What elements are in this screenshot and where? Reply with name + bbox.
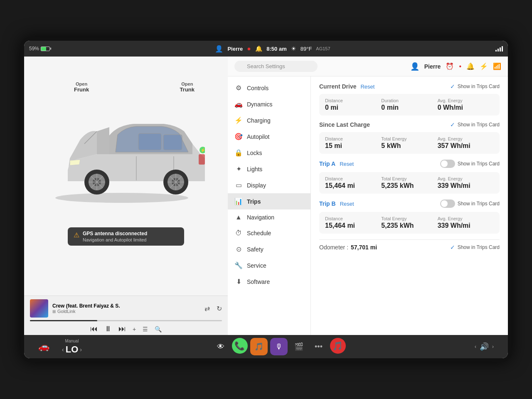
current-drive-title: Current Drive <box>319 83 356 90</box>
trip-b-show-toggle[interactable]: Show in Trips Card <box>440 200 500 208</box>
display-icon: ▭ <box>234 181 243 189</box>
lo-left-chevron[interactable]: ‹ <box>62 346 64 353</box>
gps-warning-text: GPS antenna disconnected Navigation and … <box>83 231 147 242</box>
schedule-icon: ⏱ <box>234 229 243 237</box>
main-content: Open Frunk Open Trunk <box>24 57 508 335</box>
trip-a-show-toggle[interactable]: Show in Trips Card <box>440 160 500 168</box>
sidebar-item-dynamics[interactable]: 🚗 Dynamics <box>228 96 310 112</box>
controls-icon: ⚙ <box>234 84 243 92</box>
since-last-charge-check: ✓ <box>450 121 455 128</box>
alarm-icon[interactable]: ⏰ <box>446 62 454 70</box>
dynamics-label: Dynamics <box>247 101 272 108</box>
trip-a-section: Trip A Reset Show in Trips Card <box>319 160 500 194</box>
sidebar-item-trips[interactable]: 📊 Trips <box>228 193 310 209</box>
trip-a-title-row: Trip A Reset <box>319 160 354 167</box>
since-last-charge-show-label: Show in Trips Card <box>458 122 500 128</box>
eq-btn[interactable]: ☰ <box>143 326 148 332</box>
software-icon: ⬇ <box>234 278 243 286</box>
trip-b-distance-value: 15,464 mi <box>325 222 381 229</box>
lo-right-chevron[interactable]: › <box>80 346 82 353</box>
autopilot-icon: 🎯 <box>234 133 243 140</box>
navigation-label: Navigation <box>247 214 274 221</box>
trip-a-stats-row: Distance 15,464 mi Total Energy 5,235 kW… <box>325 176 494 190</box>
trip-a-toggle-knob <box>441 160 448 167</box>
voice-btn[interactable]: 🎙 <box>270 338 288 355</box>
signal-dots <box>495 46 503 52</box>
current-drive-reset[interactable]: Reset <box>360 84 374 90</box>
current-drive-distance: Distance 0 mi <box>325 98 381 111</box>
sidebar-item-autopilot[interactable]: 🎯 Autopilot <box>228 128 310 145</box>
trip-b-avg: Avg. Energy 339 Wh/mi <box>438 216 494 229</box>
play-btn[interactable]: ⏸ <box>104 325 112 333</box>
search-music-btn[interactable]: 🔍 <box>155 326 162 332</box>
lo-control-item[interactable]: Manual ‹ LO › <box>55 335 89 358</box>
trip-a-distance-label: Distance <box>325 176 381 181</box>
status-right <box>495 46 503 52</box>
svg-point-0 <box>55 193 188 203</box>
display-label: Display <box>247 182 266 189</box>
gps-warning: ⚠ GPS antenna disconnected Navigation an… <box>68 227 184 246</box>
svg-rect-24 <box>199 154 205 165</box>
since-last-charge-header: Since Last Charge ✓ Show in Trips Card <box>319 121 500 128</box>
sidebar-item-display[interactable]: ▭ Display <box>228 177 310 193</box>
phone-btn[interactable]: 📞 <box>232 338 248 354</box>
sidebar-item-safety[interactable]: ⊙ Safety <box>228 241 310 257</box>
sidebar-item-locks[interactable]: 🔒 Locks <box>228 145 310 161</box>
trip-a-title: Trip A <box>319 160 335 167</box>
trip-b-reset[interactable]: Reset <box>340 201 354 207</box>
svg-rect-4 <box>138 133 161 150</box>
car-area: Open Frunk Open Trunk <box>24 57 228 296</box>
trip-a-reset[interactable]: Reset <box>340 161 354 167</box>
sidebar-item-controls[interactable]: ⚙ Controls <box>228 80 310 96</box>
since-last-charge-stats-row: Distance 15 mi Total Energy 5 kWh Avg. E… <box>325 136 494 150</box>
sidebar-item-navigation[interactable]: ▲ Navigation <box>228 209 310 225</box>
since-last-charge-show-toggle[interactable]: ✓ Show in Trips Card <box>450 121 500 128</box>
slc-avg-value: 357 Wh/mi <box>438 142 494 150</box>
current-drive-header: Current Drive Reset ✓ Show in Trips Card <box>319 83 500 90</box>
signal-bar-1 <box>495 50 497 52</box>
svg-rect-5 <box>163 135 182 150</box>
prev-btn[interactable]: ⏮ <box>90 325 98 333</box>
sidebar-item-schedule[interactable]: ⏱ Schedule <box>228 225 310 241</box>
trip-b-toggle[interactable] <box>440 200 455 208</box>
volume-up-btn[interactable]: › <box>492 344 494 350</box>
trip-a-toggle[interactable] <box>440 160 455 168</box>
volume-down-btn[interactable]: ‹ <box>475 344 476 350</box>
progress-bar[interactable] <box>30 320 222 321</box>
locks-icon: 🔒 <box>234 149 243 157</box>
status-temp: 89°F <box>300 46 312 52</box>
volume-control-item: ‹ 🔊 › <box>469 335 500 358</box>
car-illustration-container: ⚡ <box>47 90 205 206</box>
current-drive-check: ✓ <box>450 83 455 90</box>
shuffle-btn[interactable]: ⇄ <box>204 305 210 313</box>
lo-control: ‹ LO › <box>62 344 82 355</box>
odometer-row: Odometer : 57,701 mi ✓ Show in Trips Car… <box>319 239 500 251</box>
car-btn[interactable]: 🚗 <box>32 335 55 358</box>
sidebar-item-lights[interactable]: ✦ Lights <box>228 161 310 177</box>
camera-btn[interactable]: 🎬 <box>290 338 308 355</box>
add-btn[interactable]: + <box>133 326 136 332</box>
media-btn[interactable]: 🎵 <box>250 338 268 355</box>
trips-icon: 📊 <box>234 197 243 205</box>
bell-icon[interactable]: 🔔 <box>466 62 475 70</box>
current-drive-section: Current Drive Reset ✓ Show in Trips Card <box>319 83 500 116</box>
lights-label: Lights <box>247 166 262 172</box>
search-box[interactable]: Search Settings <box>234 61 318 72</box>
since-last-charge-distance: Distance 15 mi <box>325 136 381 150</box>
charging-icon: ⚡ <box>234 116 243 124</box>
sidebar-item-software[interactable]: ⬇ Software <box>228 273 310 290</box>
safety-icon: ⊙ <box>234 245 243 253</box>
odometer-show-toggle[interactable]: ✓ Show in Trips Card <box>450 244 500 251</box>
bluetooth-icon[interactable]: ⚡ <box>480 62 488 70</box>
current-drive-show-toggle[interactable]: ✓ Show in Trips Card <box>450 83 500 90</box>
autopilot-taskbar-btn[interactable]: 👁 <box>212 338 229 355</box>
trip-b-energy-label: Total Energy <box>381 216 437 221</box>
more-btn[interactable]: ••• <box>310 338 328 355</box>
trips-content: Current Drive Reset ✓ Show in Trips Card <box>311 76 508 335</box>
music-taskbar-btn[interactable]: 🎵 <box>330 338 346 354</box>
next-btn[interactable]: ⏭ <box>118 325 126 333</box>
sidebar-item-charging[interactable]: ⚡ Charging <box>228 112 310 128</box>
progress-fill <box>30 320 97 321</box>
sidebar-item-service[interactable]: 🔧 Service <box>228 257 310 273</box>
repeat-btn[interactable]: ↻ <box>217 305 222 313</box>
